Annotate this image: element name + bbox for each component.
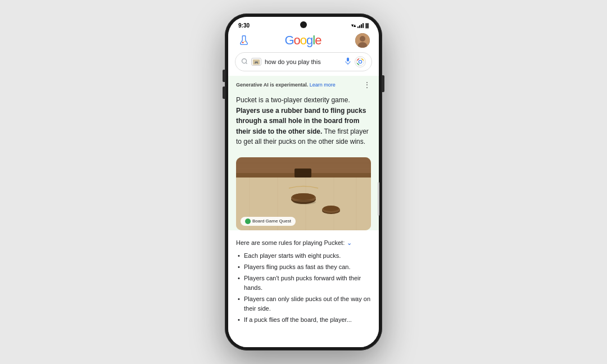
svg-text:🎮: 🎮 (255, 60, 259, 64)
google-lens-icon[interactable] (355, 56, 366, 67)
microphone-icon[interactable] (345, 57, 351, 67)
status-icons: ▾▴ ▓ (351, 23, 369, 28)
rules-section: Here are some rules for playing Pucket: … (228, 236, 379, 331)
scroll-indicator (378, 182, 379, 216)
svg-rect-9 (347, 57, 349, 61)
svg-point-12 (359, 60, 361, 63)
svg-point-31 (293, 200, 316, 204)
ai-experimental-label: Generative AI is experimental. Learn mor… (236, 82, 336, 88)
ai-result-header: Generative AI is experimental. Learn mor… (228, 76, 379, 93)
search-bar[interactable]: 🎮 how do you play this (235, 52, 372, 71)
rules-list: Each player starts with eight pucks. Pla… (228, 250, 379, 331)
signal-icon (357, 23, 364, 28)
rule-item-2: Players fling pucks as fast as they can. (236, 262, 371, 272)
image-source-badge: Board Game Quest (241, 217, 296, 226)
rule-item-5: If a puck flies off the board, the playe… (236, 315, 371, 325)
google-logo: Google (284, 33, 321, 48)
svg-point-0 (242, 42, 244, 43)
svg-point-27 (292, 193, 315, 200)
user-avatar[interactable] (355, 33, 370, 48)
rule-item-4: Players can only slide pucks out of the … (236, 294, 371, 313)
volume-down-button[interactable] (223, 87, 225, 99)
svg-point-1 (244, 41, 246, 42)
phone-screen: 9:30 ▾▴ ▓ (228, 17, 379, 347)
ai-result-card: Generative AI is experimental. Learn mor… (228, 76, 379, 230)
svg-point-5 (242, 58, 247, 63)
wifi-icon: ▾▴ (351, 23, 356, 28)
google-labs-icon[interactable] (237, 34, 251, 47)
power-button[interactable] (382, 75, 384, 92)
ai-result-text: Pucket is a two-player dexterity game. P… (228, 93, 379, 155)
svg-point-11 (356, 58, 364, 65)
rule-item-1: Each player starts with eight pucks. (236, 251, 371, 261)
search-query-text: how do you play this (265, 58, 341, 65)
search-icon (241, 58, 248, 66)
source-dot (245, 219, 251, 224)
google-header: Google (228, 31, 379, 52)
rules-header-text: Here are some rules for playing Pucket: (236, 239, 345, 246)
search-image-thumbnail: 🎮 (251, 58, 261, 66)
image-source-label: Board Game Quest (252, 219, 291, 224)
volume-up-button[interactable] (223, 70, 225, 82)
ai-intro-text: Pucket is a two-player dexterity game. (236, 96, 350, 104)
svg-point-3 (360, 36, 365, 42)
learn-more-link[interactable]: Learn more (310, 82, 336, 88)
battery-icon: ▓ (365, 23, 369, 28)
ai-more-options[interactable]: ⋮ (363, 80, 371, 89)
svg-rect-24 (295, 169, 311, 178)
rules-header: Here are some rules for playing Pucket: … (228, 236, 379, 250)
svg-point-30 (323, 206, 339, 211)
rules-toggle-icon[interactable]: ⌄ (347, 239, 352, 247)
status-time: 9:30 (238, 22, 250, 29)
camera-notch (300, 21, 307, 28)
game-image-container: Board Game Quest (236, 157, 371, 230)
phone-frame: 9:30 ▾▴ ▓ (225, 13, 382, 351)
rule-item-3: Players can't push pucks forward with th… (236, 274, 371, 293)
content-area[interactable]: Generative AI is experimental. Learn mor… (228, 76, 379, 347)
